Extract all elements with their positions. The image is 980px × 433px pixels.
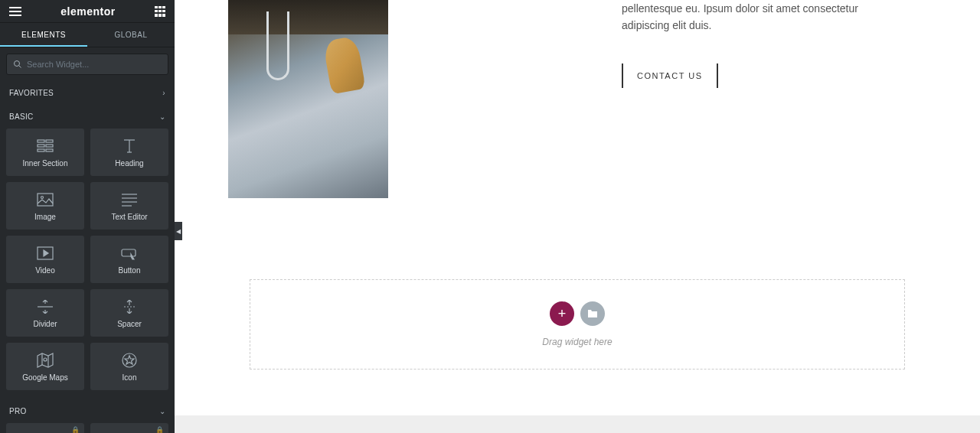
inner-section-icon [37, 138, 54, 155]
svg-point-0 [15, 61, 20, 67]
widget-inner-section[interactable]: Inner Section [6, 129, 84, 176]
widget-label: Divider [33, 320, 57, 328]
widget-label: Image [34, 213, 56, 221]
apps-icon[interactable] [155, 6, 165, 17]
widget-heading[interactable]: Heading [90, 129, 168, 176]
widget-icon[interactable]: Icon [90, 343, 168, 390]
svg-rect-3 [46, 140, 53, 142]
editor-sidebar: elementor ELEMENTS GLOBAL FAVORITES › BA… [0, 0, 175, 433]
search-input[interactable] [27, 60, 162, 69]
spacer-icon [121, 298, 138, 315]
template-library-button[interactable] [580, 301, 605, 326]
image-widget[interactable] [228, 0, 388, 198]
widget-google-maps[interactable]: Google Maps [6, 343, 84, 390]
tab-global[interactable]: GLOBAL [87, 23, 175, 47]
logo: elementor [60, 5, 115, 18]
widget-label: Icon [122, 373, 137, 382]
image-icon [37, 191, 54, 208]
video-icon [37, 245, 54, 262]
tab-elements[interactable]: ELEMENTS [0, 23, 87, 47]
widget-label: Video [35, 266, 54, 275]
editor-canvas[interactable]: pellentesque eu. Ipsum dolor sit amet co… [175, 0, 980, 433]
widget-label: Button [119, 266, 141, 275]
search-icon [13, 60, 22, 69]
favorites-label: FAVORITES [9, 89, 54, 97]
contact-button[interactable]: CONTACT US [622, 63, 718, 88]
menu-icon[interactable] [9, 7, 21, 16]
section-basic[interactable]: BASIC ⌄ [0, 105, 175, 129]
search-wrap [0, 47, 175, 81]
body-text[interactable]: pellentesque eu. Ipsum dolor sit amet co… [622, 0, 897, 34]
svg-rect-2 [38, 140, 44, 142]
widget-label: Heading [115, 159, 143, 168]
drop-controls: + [550, 301, 605, 326]
divider-icon [37, 298, 54, 315]
svg-point-12 [41, 196, 44, 198]
svg-rect-18 [122, 249, 136, 256]
svg-point-21 [44, 358, 47, 361]
chevron-down-icon: ⌄ [159, 112, 165, 121]
drop-hint: Drag widget here [542, 337, 612, 347]
widget-grid: Inner Section Heading Image Text Editor [0, 129, 175, 390]
section-pro[interactable]: PRO ⌄ [0, 399, 175, 423]
svg-rect-4 [38, 145, 44, 147]
content-section: pellentesque eu. Ipsum dolor sit amet co… [175, 0, 980, 198]
widget-label: Spacer [117, 320, 142, 328]
widget-text-editor[interactable]: Text Editor [90, 182, 168, 230]
basic-label: BASIC [9, 112, 34, 121]
pro-widget-grid [0, 423, 175, 433]
widget-label: Inner Section [23, 159, 68, 168]
footer-section[interactable] [175, 415, 980, 433]
svg-rect-6 [38, 149, 44, 151]
widget-label: Google Maps [22, 373, 67, 382]
widget-button[interactable]: Button [90, 236, 168, 283]
widget-scroll[interactable]: FAVORITES › BASIC ⌄ Inner Section Headin… [0, 81, 175, 433]
svg-line-1 [19, 66, 21, 68]
widget-spacer[interactable]: Spacer [90, 289, 168, 337]
widget-video[interactable]: Video [6, 236, 84, 283]
sidebar-header: elementor [0, 0, 175, 23]
widget-image[interactable]: Image [6, 182, 84, 230]
button-icon [121, 245, 138, 262]
icon-icon [122, 352, 137, 369]
drop-zone[interactable]: + Drag widget here [250, 279, 905, 370]
pro-label: PRO [9, 407, 27, 415]
plus-icon: + [558, 306, 567, 322]
google-maps-icon [37, 352, 54, 369]
section-favorites[interactable]: FAVORITES › [0, 81, 175, 105]
chevron-right-icon: › [162, 89, 165, 97]
widget-divider[interactable]: Divider [6, 289, 84, 337]
svg-rect-7 [46, 149, 53, 151]
search-box[interactable] [6, 54, 168, 75]
chevron-down-icon: ⌄ [159, 407, 165, 415]
text-editor-icon [121, 191, 138, 208]
folder-icon [587, 309, 598, 318]
add-section-button[interactable]: + [550, 301, 574, 326]
widget-pro-1[interactable] [6, 423, 84, 433]
svg-rect-5 [46, 145, 53, 147]
panel-tabs: ELEMENTS GLOBAL [0, 23, 175, 47]
collapse-panel-icon[interactable]: ◀ [175, 222, 182, 240]
widget-pro-2[interactable] [90, 423, 168, 433]
svg-rect-11 [38, 194, 53, 206]
text-column: pellentesque eu. Ipsum dolor sit amet co… [622, 0, 897, 198]
widget-label: Text Editor [111, 213, 147, 221]
heading-icon [122, 138, 137, 155]
